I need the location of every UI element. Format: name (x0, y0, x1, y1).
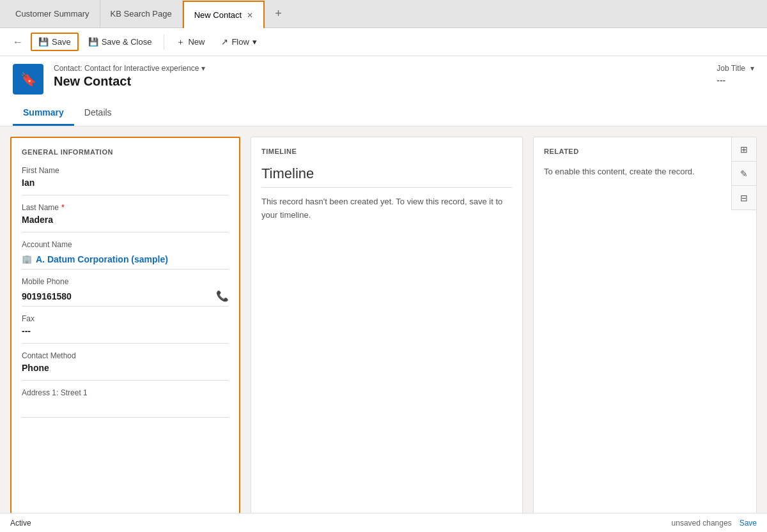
tab-summary[interactable]: Summary (13, 102, 74, 126)
address-street-label: Address 1: Street 1 (22, 388, 229, 397)
first-name-label: First Name (22, 166, 229, 175)
contact-method-value[interactable]: Phone (22, 363, 229, 381)
account-name-label: Account Name (22, 240, 229, 249)
job-title-section: Job Title --- (717, 64, 745, 86)
record-type-text: Contact: Contact for Interactive experie… (54, 64, 199, 73)
timeline-title: Timeline (261, 165, 512, 182)
tab-label: New Contact (194, 10, 242, 20)
record-header: 🔖 Contact: Contact for Interactive exper… (0, 56, 767, 126)
new-icon: ＋ (176, 36, 185, 48)
related-panel: RELATED To enable this content, create t… (533, 137, 757, 515)
save-button[interactable]: 💾 Save (31, 33, 79, 51)
status-unsaved-label: unsaved changes (672, 519, 732, 528)
new-label: New (188, 37, 205, 47)
fax-label: Fax (22, 314, 229, 323)
flow-dropdown-icon: ▾ (252, 37, 257, 47)
timeline-section-title: TIMELINE (261, 148, 512, 155)
field-mobile-phone: Mobile Phone 9019161580 📞 (22, 277, 229, 307)
status-bar: Active unsaved changes Save (0, 513, 767, 532)
fax-value[interactable]: --- (22, 326, 229, 344)
job-title-label: Job Title (717, 64, 745, 73)
timeline-empty-text: This record hasn't been created yet. To … (261, 195, 512, 222)
back-button[interactable]: ← (8, 33, 28, 51)
last-name-label: Last Name * (22, 203, 229, 212)
job-title-value: --- (717, 75, 745, 86)
related-action-grid[interactable]: ⊞ (732, 137, 756, 162)
address-street-value[interactable] (22, 400, 229, 418)
account-name-value[interactable]: 🏢 A. Datum Corporation (sample) (22, 252, 229, 270)
first-name-value[interactable]: Ian (22, 178, 229, 195)
add-tab-button[interactable]: + (270, 4, 287, 23)
related-action-edit[interactable]: ✎ (732, 162, 756, 186)
timeline-panel: TIMELINE Timeline This record hasn't bee… (251, 137, 523, 515)
save-icon: 💾 (38, 37, 49, 47)
flow-icon: ↗ (221, 37, 228, 47)
tab-close-icon[interactable]: ✕ (247, 11, 253, 20)
toolbar-separator (164, 34, 164, 50)
record-title: New Contact (54, 74, 706, 89)
flow-button[interactable]: ↗ Flow ▾ (214, 33, 263, 50)
new-button[interactable]: ＋ New (169, 33, 212, 52)
save-close-label: Save & Close (102, 37, 152, 47)
account-name-text: A. Datum Corporation (sample) (36, 254, 168, 264)
related-action-list[interactable]: ⊟ (732, 186, 756, 210)
tab-new-contact[interactable]: New Contact ✕ (183, 1, 265, 28)
record-info: Contact: Contact for Interactive experie… (54, 64, 706, 89)
status-save-button[interactable]: Save (740, 519, 757, 528)
status-active-label: Active (10, 519, 31, 528)
tab-summary-label: Summary (23, 107, 64, 118)
phone-icon: 📞 (216, 290, 229, 302)
flow-label: Flow (231, 37, 249, 47)
form-tabs: Summary Details (13, 102, 754, 126)
mobile-phone-value[interactable]: 9019161580 📞 (22, 289, 229, 307)
timeline-divider (261, 187, 512, 188)
record-type-chevron: ▾ (201, 64, 205, 73)
last-name-required: * (61, 203, 65, 212)
save-close-icon: 💾 (88, 37, 98, 47)
tab-label: KB Search Page (111, 9, 172, 19)
related-empty-text: To enable this content, create the recor… (544, 165, 746, 179)
job-title-chevron[interactable]: ▾ (750, 64, 754, 73)
record-avatar: 🔖 (13, 64, 43, 95)
field-address-street: Address 1: Street 1 (22, 388, 229, 418)
account-link-icon: 🏢 (22, 254, 32, 264)
tab-details[interactable]: Details (74, 102, 122, 126)
toolbar: ← 💾 Save 💾 Save & Close ＋ New ↗ Flow ▾ (0, 28, 767, 56)
tab-kb-search[interactable]: KB Search Page (100, 0, 183, 27)
avatar-icon: 🔖 (20, 72, 36, 87)
related-actions: ⊞ ✎ ⊟ (731, 137, 756, 210)
main-content: GENERAL INFORMATION First Name Ian Last … (0, 126, 767, 526)
field-first-name: First Name Ian (22, 166, 229, 195)
mobile-phone-label: Mobile Phone (22, 277, 229, 286)
last-name-value[interactable]: Madera (22, 215, 229, 232)
general-info-title: GENERAL INFORMATION (22, 148, 229, 156)
record-type[interactable]: Contact: Contact for Interactive experie… (54, 64, 706, 73)
field-last-name: Last Name * Madera (22, 203, 229, 232)
general-info-panel: GENERAL INFORMATION First Name Ian Last … (10, 137, 240, 515)
related-section-title: RELATED (544, 148, 746, 155)
mobile-phone-text: 9019161580 (22, 291, 72, 301)
record-right-section: Job Title --- ▾ (717, 64, 754, 86)
field-fax: Fax --- (22, 314, 229, 344)
field-contact-method: Contact Method Phone (22, 351, 229, 381)
save-close-button[interactable]: 💾 Save & Close (81, 33, 159, 50)
field-account-name: Account Name 🏢 A. Datum Corporation (sam… (22, 240, 229, 270)
tab-label: Customer Summary (15, 9, 89, 19)
status-right: unsaved changes Save (672, 519, 757, 528)
contact-method-label: Contact Method (22, 351, 229, 360)
tab-customer-summary[interactable]: Customer Summary (5, 0, 100, 27)
tab-bar: Customer Summary KB Search Page New Cont… (0, 0, 767, 28)
tab-details-label: Details (84, 107, 112, 118)
save-label: Save (52, 37, 71, 47)
